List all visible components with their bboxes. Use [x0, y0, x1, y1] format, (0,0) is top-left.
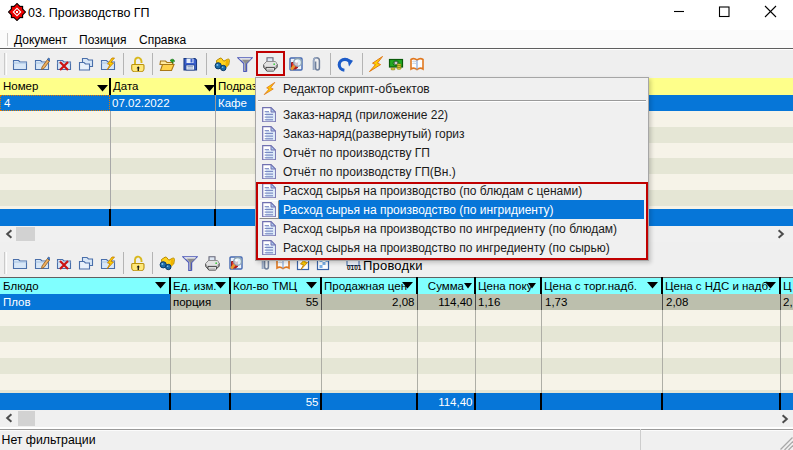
svg-text:0101: 0101: [347, 264, 362, 271]
